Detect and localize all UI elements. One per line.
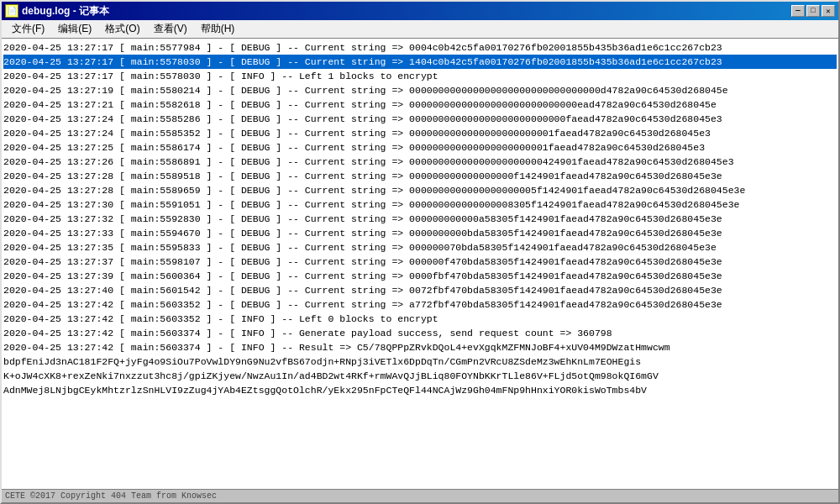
log-line: AdnMWej8LNjbgCEykMhtzrlzSnHLVI9zZug4jYAb… [3,383,837,397]
title-bar-left: 📄 debug.log - 记事本 [5,4,109,18]
menu-item[interactable]: 文件(F) [5,20,51,38]
log-line: 2020-04-25 13:27:35 [ main:5595833 ] - [… [3,240,837,255]
log-line: 2020-04-25 13:27:33 [ main:5594670 ] - [… [3,226,837,240]
log-line: 2020-04-25 13:27:28 [ main:5589659 ] - [… [3,183,837,197]
log-line: 2020-04-25 13:27:39 [ main:5600364 ] - [… [3,269,837,283]
copyright-label: CETE ©2017 Copyright 404 Team from Knows… [2,491,220,501]
menu-item[interactable]: 格式(O) [98,20,146,38]
log-line: 2020-04-25 13:27:28 [ main:5589518 ] - [… [3,169,837,183]
window-title: debug.log - 记事本 [22,4,109,18]
content-area: 2020-04-25 13:27:17 [ main:5577984 ] - [… [2,39,838,489]
log-line: 2020-04-25 13:27:17 [ main:5577984 ] - [… [3,40,837,55]
maximize-button[interactable]: □ [806,5,820,17]
menu-bar: 文件(F)编辑(E)格式(O)查看(V)帮助(H) [2,20,838,39]
horizontal-scrollbar[interactable]: CETE ©2017 Copyright 404 Team from Knows… [2,489,838,502]
log-line: 2020-04-25 13:27:42 [ main:5603374 ] - [… [3,326,837,340]
log-line: 2020-04-25 13:27:26 [ main:5586891 ] - [… [3,155,837,169]
log-line: 2020-04-25 13:27:24 [ main:5585286 ] - [… [3,112,837,126]
minimize-button[interactable]: — [791,5,805,17]
menu-item[interactable]: 编辑(E) [51,20,98,38]
log-line: 2020-04-25 13:27:19 [ main:5580214 ] - [… [3,83,837,97]
log-line: 2020-04-25 13:27:17 [ main:5578030 ] - [… [3,55,837,69]
main-window: 📄 debug.log - 记事本 — □ ✕ 文件(F)编辑(E)格式(O)查… [0,0,840,504]
log-line: 2020-04-25 13:27:42 [ main:5603352 ] - [… [3,297,837,312]
menu-item[interactable]: 帮助(H) [194,20,242,38]
log-line: 2020-04-25 13:27:42 [ main:5603352 ] - [… [3,312,837,326]
title-buttons: — □ ✕ [791,5,835,17]
log-line: 2020-04-25 13:27:30 [ main:5591051 ] - [… [3,197,837,212]
log-line: 2020-04-25 13:27:32 [ main:5592830 ] - [… [3,212,837,226]
log-line: bdpfEniJd3nAC181F2FQ+jyFg4o9SiOu7PoVwlDY… [3,354,837,369]
log-line: 2020-04-25 13:27:40 [ main:5601542 ] - [… [3,283,837,297]
title-bar: 📄 debug.log - 记事本 — □ ✕ [2,2,838,20]
log-line: 2020-04-25 13:27:37 [ main:5598107 ] - [… [3,255,837,269]
log-line: K+oJW4cXK8+rexZeNki7nxzzut3hc8j/gpiZKjye… [3,369,837,383]
menu-item[interactable]: 查看(V) [147,20,194,38]
app-icon: 📄 [5,4,18,18]
log-container[interactable]: 2020-04-25 13:27:17 [ main:5577984 ] - [… [2,39,838,489]
log-line: 2020-04-25 13:27:42 [ main:5603374 ] - [… [3,340,837,354]
log-line: 2020-04-25 13:27:17 [ main:5578030 ] - [… [3,69,837,83]
log-line: 2020-04-25 13:27:25 [ main:5586174 ] - [… [3,140,837,155]
close-button[interactable]: ✕ [822,5,835,17]
log-line: 2020-04-25 13:27:21 [ main:5582618 ] - [… [3,97,837,112]
log-line: 2020-04-25 13:27:24 [ main:5585352 ] - [… [3,126,837,140]
